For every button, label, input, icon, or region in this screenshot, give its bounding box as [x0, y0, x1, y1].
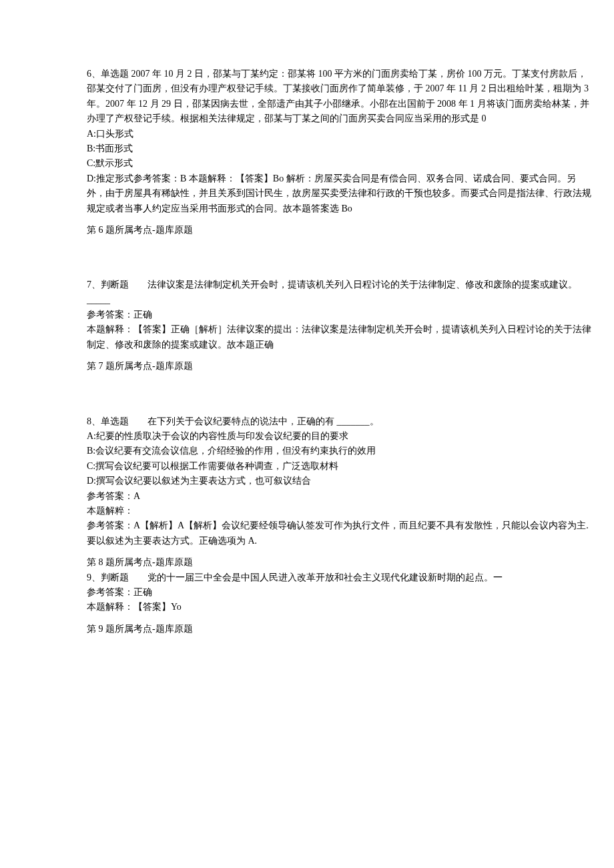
- question-7-footer: 第 7 题所属考点-题库原题: [87, 359, 594, 374]
- question-8-option-c: C:撰写会议纪要可以根据工作需要做各种调查，广泛选取材料: [87, 459, 594, 474]
- question-8-footer: 第 8 题所属考点-题库原题: [87, 555, 594, 570]
- question-6-option-c: C:默示形式: [87, 156, 594, 171]
- question-6-option-b: B:书面形式: [87, 141, 594, 156]
- question-6-option-a: A:口头形式: [87, 127, 594, 141]
- question-6-footer: 第 6 题所属考点-题库原题: [87, 223, 594, 238]
- question-6: 6、单选题 2007 年 10 月 2 日，邵某与丁某约定：邵某将 100 平方…: [87, 67, 594, 216]
- question-6-stem: 6、单选题 2007 年 10 月 2 日，邵某与丁某约定：邵某将 100 平方…: [87, 67, 594, 127]
- question-7: 7、判断题 法律议案是法律制定机关开会时，提请该机关列入日程讨论的关于法律制定、…: [87, 278, 594, 352]
- question-8: 8、单选题 在下列关于会议纪要特点的说法中，正确的有 _______。 A:纪要…: [87, 414, 594, 549]
- question-9-footer: 第 9 题所属考点-题库原题: [87, 622, 594, 636]
- question-7-answer: 参考答案：正确: [87, 308, 594, 322]
- question-8-option-a: A:纪要的性质取决于会议的内容性质与印发会议纪要的目的要求: [87, 429, 594, 444]
- question-8-option-b: B:会议纪要有交流会议信息，介绍经验的作用，但没有约束执行的效用: [87, 444, 594, 458]
- question-9-explain: 本题解释：【答案】Yo: [87, 600, 594, 614]
- document-page: 6、单选题 2007 年 10 月 2 日，邵某与丁某约定：邵某将 100 平方…: [0, 0, 614, 703]
- question-8-stem: 8、单选题 在下列关于会议纪要特点的说法中，正确的有 _______。: [87, 414, 594, 429]
- question-7-stem: 7、判断题 法律议案是法律制定机关开会时，提请该机关列入日程讨论的关于法律制定、…: [87, 278, 594, 308]
- question-7-explain: 本题解释：【答案】正确［解析］法律议案的提出：法律议案是法律制定机关开会时，提请…: [87, 322, 594, 352]
- question-6-option-d-answer: D:推定形式参考答案：B 本题解释：【答案】Bo 解析：房屋买卖合同是有偿合同、…: [87, 171, 594, 216]
- question-8-answer: 参考答案：A: [87, 489, 594, 504]
- question-9-answer: 参考答案：正确: [87, 585, 594, 600]
- question-8-option-d: D:撰写会议纪要以叙述为主要表达方式，也可叙议结合: [87, 474, 594, 488]
- question-8-explain: 参考答案：A【解析】A【解析】会议纪要经领导确认签发可作为执行文件，而且纪要不具…: [87, 518, 594, 548]
- question-9: 9、判断题 党的十一届三中全会是中国人民进入改革开放和社会主义现代化建设新时期的…: [87, 570, 594, 615]
- question-8-explain-label: 本题解粹：: [87, 504, 594, 518]
- question-9-stem: 9、判断题 党的十一届三中全会是中国人民进入改革开放和社会主义现代化建设新时期的…: [87, 570, 594, 585]
